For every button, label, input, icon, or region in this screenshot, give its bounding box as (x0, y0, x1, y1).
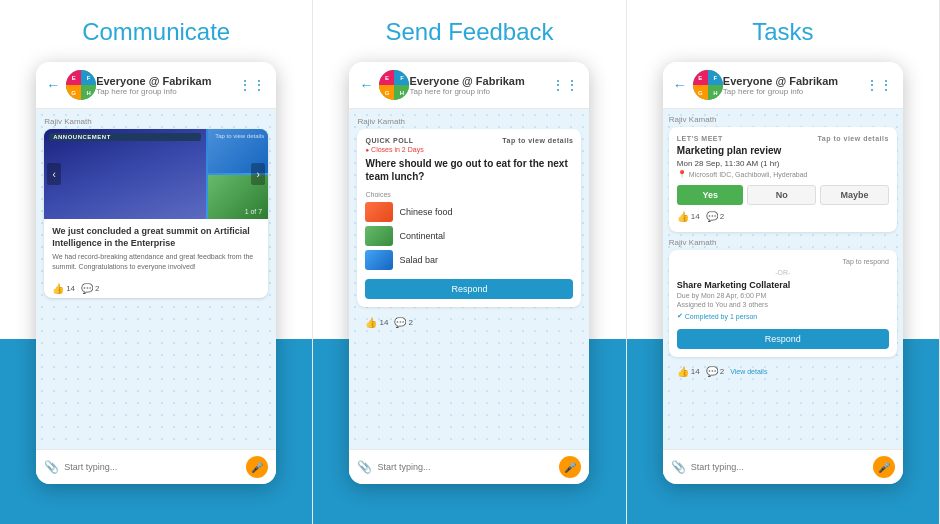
lets-meet-label: LET'S MEET (677, 135, 723, 142)
meeting-likes[interactable]: 👍 14 (677, 211, 700, 222)
poll-respond-btn[interactable]: Respond (365, 279, 573, 299)
task-respond-btn[interactable]: Respond (677, 329, 889, 349)
meeting-location: Microsoft IDC, Gachibowli, Hyderabad (677, 170, 889, 179)
grid-icon-2[interactable]: ⋮⋮ (551, 77, 579, 93)
announcement-title: We just concluded a great summit on Arti… (52, 226, 260, 249)
sender-name-3b: Rajiv Kamath (669, 238, 897, 247)
meeting-reactions: 👍 14 💬 2 (677, 211, 889, 224)
clip-icon-1[interactable]: 📎 (44, 460, 59, 474)
poll-choice-3[interactable]: Salad bar (365, 250, 573, 270)
tasks-title: Tasks (752, 18, 813, 46)
task-share-card: Tap to respond -OR- Share Marketing Coll… (669, 250, 897, 357)
meeting-title: Marketing plan review (677, 145, 889, 156)
chat-footer-2: 📎 🎤 (349, 449, 589, 484)
comment-count-2[interactable]: 💬 2 (394, 317, 412, 328)
poll-card: QUICK POLL Tap to view details Closes in… (357, 129, 581, 307)
type-input-1[interactable] (64, 462, 241, 472)
avatar-3: E F G H (693, 70, 723, 100)
group-name-1: Everyone @ Fabrikam (96, 75, 238, 87)
choice-text-3: Salad bar (399, 255, 438, 265)
no-btn[interactable]: No (747, 185, 816, 205)
feedback-panel: Send Feedback ← E F G H Everyone @ Fabri… (313, 0, 626, 524)
comment-icon-2: 💬 (394, 317, 406, 328)
poll-closes: Closes in 2 Days (365, 146, 573, 153)
type-input-3[interactable] (691, 462, 868, 472)
ann-prev-btn[interactable]: ‹ (47, 163, 61, 185)
poll-tap-label: Tap to view details (502, 137, 573, 144)
choice-img-1 (365, 202, 393, 222)
group-name-2: Everyone @ Fabrikam (409, 75, 551, 87)
task-assigned: Assigned to You and 3 others (677, 301, 889, 308)
thumbs-up-icon-1: 👍 (52, 283, 64, 294)
announcement-desc: We had record-breaking attendance and gr… (52, 252, 260, 272)
view-details-row: 👍 14 💬 2 View details (669, 363, 897, 380)
task-tap-label: Tap to respond (677, 258, 889, 265)
mic-btn-1[interactable]: 🎤 (246, 456, 268, 478)
chat-body-2: Rajiv Kamath QUICK POLL Tap to view deta… (349, 109, 589, 449)
avatar-1: E F G H (66, 70, 96, 100)
meeting-comments[interactable]: 💬 2 (706, 211, 724, 222)
poll-choices-label: Choices (365, 191, 573, 198)
chat-header-2: ← E F G H Everyone @ Fabrikam Tap here f… (349, 62, 589, 109)
ann-next-btn[interactable]: › (251, 163, 265, 185)
announcement-collage: ANNOUNCEMENT (44, 129, 268, 219)
maybe-btn[interactable]: Maybe (820, 185, 889, 205)
type-input-2[interactable] (377, 462, 554, 472)
comment-count-1[interactable]: 💬 2 (81, 283, 99, 294)
task-likes[interactable]: 👍 14 (677, 366, 700, 377)
chat-header-3: ← E F G H Everyone @ Fabrikam Tap here f… (663, 62, 903, 109)
back-arrow-icon-2[interactable]: ← (359, 77, 373, 93)
chat-body-1: Rajiv Kamath ANNOUNCEMENT ‹ › Tap to (36, 109, 276, 449)
mic-btn-2[interactable]: 🎤 (559, 456, 581, 478)
reaction-row-1: 👍 14 💬 2 (44, 279, 268, 298)
task-comments[interactable]: 💬 2 (706, 366, 724, 377)
or-divider: -OR- (677, 269, 889, 276)
reaction-row-2: 👍 14 💬 2 (357, 313, 581, 332)
group-sub-3: Tap here for group info (723, 87, 865, 96)
clip-icon-2[interactable]: 📎 (357, 460, 372, 474)
back-arrow-icon-1[interactable]: ← (46, 77, 60, 93)
choice-img-3 (365, 250, 393, 270)
view-details-link[interactable]: View details (730, 368, 767, 375)
group-name-3: Everyone @ Fabrikam (723, 75, 865, 87)
communicate-panel: Communicate ← E F G H Everyone @ Fabrika… (0, 0, 313, 524)
grid-icon-1[interactable]: ⋮⋮ (238, 77, 266, 93)
sender-name-1: Rajiv Kamath (44, 117, 268, 126)
meeting-btns: Yes No Maybe (677, 185, 889, 205)
choice-img-2 (365, 226, 393, 246)
ann-tap-label: Tap to view details (215, 133, 264, 139)
task-completed: Completed by 1 person (677, 312, 889, 320)
meeting-card: LET'S MEET Tap to view details Marketing… (669, 127, 897, 232)
tasks-panel: Tasks ← E F G H Everyone @ Fabrikam Tap … (627, 0, 940, 524)
back-arrow-icon-3[interactable]: ← (673, 77, 687, 93)
feedback-phone: ← E F G H Everyone @ Fabrikam Tap here f… (349, 62, 589, 484)
meeting-tap-label: Tap to view details (818, 135, 889, 142)
tasks-phone: ← E F G H Everyone @ Fabrikam Tap here f… (663, 62, 903, 484)
like-count-1[interactable]: 👍 14 (52, 283, 75, 294)
sender-name-2: Rajiv Kamath (357, 117, 581, 126)
chat-footer-3: 📎 🎤 (663, 449, 903, 484)
group-sub-1: Tap here for group info (96, 87, 238, 96)
chat-header-1: ← E F G H Everyone @ Fabrikam Tap here f… (36, 62, 276, 109)
grid-icon-3[interactable]: ⋮⋮ (865, 77, 893, 93)
avatar-2: E F G H (379, 70, 409, 100)
mic-btn-3[interactable]: 🎤 (873, 456, 895, 478)
like-count-2[interactable]: 👍 14 (365, 317, 388, 328)
task-due: Due by Mon 28 Apr, 6:00 PM (677, 292, 889, 299)
communicate-phone: ← E F G H Everyone @ Fabrikam Tap here f… (36, 62, 276, 484)
chat-footer-1: 📎 🎤 (36, 449, 276, 484)
poll-choice-1[interactable]: Chinese food (365, 202, 573, 222)
poll-type-label: QUICK POLL (365, 137, 413, 144)
poll-choice-2[interactable]: Continental (365, 226, 573, 246)
meeting-date: Mon 28 Sep, 11:30 AM (1 hr) (677, 159, 889, 168)
clip-icon-3[interactable]: 📎 (671, 460, 686, 474)
choice-text-1: Chinese food (399, 207, 452, 217)
announcement-card[interactable]: ANNOUNCEMENT ‹ › Tap to view details 1 o… (44, 129, 268, 298)
choice-text-2: Continental (399, 231, 445, 241)
sender-name-3a: Rajiv Kamath (669, 115, 897, 124)
feedback-title: Send Feedback (385, 18, 553, 46)
yes-btn[interactable]: Yes (677, 185, 744, 205)
announcement-image: ANNOUNCEMENT ‹ › Tap to view details 1 o… (44, 129, 268, 219)
group-sub-2: Tap here for group info (409, 87, 551, 96)
task-share-title: Share Marketing Collateral (677, 280, 889, 290)
